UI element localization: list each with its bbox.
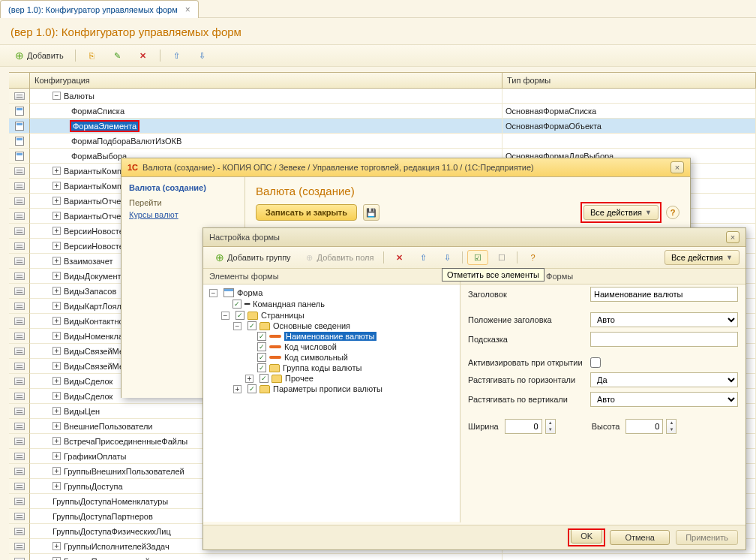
editor-titlebar[interactable]: 1С Валюта (создание) - КОПИЯ ОПС / Зевек… bbox=[122, 158, 690, 177]
expand-icon[interactable]: + bbox=[52, 257, 61, 265]
width-input[interactable] bbox=[505, 419, 542, 434]
tree-item-main-info[interactable]: −✓Основные сведения bbox=[208, 321, 455, 331]
width-spinner[interactable]: ▲▼ bbox=[545, 419, 556, 434]
checkbox[interactable]: ✓ bbox=[248, 321, 256, 330]
expand-icon[interactable]: + bbox=[52, 332, 61, 340]
add-group-button[interactable]: ⊕Добавить группу bbox=[209, 250, 296, 265]
expand-icon[interactable]: + bbox=[52, 557, 61, 560]
expand-icon[interactable]: + bbox=[52, 437, 61, 445]
height-spinner[interactable]: ▲▼ bbox=[666, 419, 676, 434]
close-icon[interactable]: × bbox=[726, 231, 740, 243]
checkbox[interactable]: ✓ bbox=[257, 332, 266, 341]
tree-item-command-panel[interactable]: ✓━Командная панель bbox=[208, 298, 455, 310]
height-input[interactable] bbox=[626, 419, 663, 434]
checkbox[interactable]: ✓ bbox=[257, 353, 266, 362]
move-up-button[interactable]: ⇧ bbox=[412, 250, 434, 265]
table-row[interactable]: ФормаСписка bbox=[30, 104, 502, 119]
collapse-icon[interactable]: − bbox=[52, 92, 61, 100]
expand-icon[interactable]: + bbox=[52, 407, 61, 415]
expand-icon[interactable]: + bbox=[52, 272, 61, 280]
checkbox[interactable]: ✓ bbox=[232, 300, 242, 309]
expand-icon[interactable]: + bbox=[52, 452, 61, 460]
tree-item-group-codes[interactable]: ✓Группа коды валюты bbox=[208, 363, 455, 373]
add-fields-button[interactable]: ⊕Добавить поля bbox=[299, 250, 380, 265]
help-icon[interactable]: ? bbox=[666, 206, 680, 219]
add-button[interactable]: ⊕ Добавить bbox=[9, 48, 69, 63]
help-icon: ? bbox=[527, 252, 538, 263]
save-button[interactable]: 💾 bbox=[363, 204, 380, 221]
elements-tree[interactable]: −Форма ✓━Командная панель −✓Странницы −✓… bbox=[203, 285, 460, 522]
expand-icon[interactable]: + bbox=[52, 347, 61, 355]
expand-icon[interactable]: + bbox=[52, 362, 61, 370]
delete-button[interactable]: ✕ bbox=[133, 48, 154, 63]
folder-icon bbox=[260, 385, 270, 393]
save-and-close-button[interactable]: Записать и закрыть bbox=[256, 204, 357, 221]
expand-icon[interactable]: + bbox=[52, 482, 61, 490]
hstretch-select[interactable]: Да bbox=[590, 372, 738, 387]
table-row[interactable]: ФормаПодбораВалютИзОКВ bbox=[30, 134, 502, 149]
close-tab-icon[interactable]: × bbox=[185, 5, 190, 15]
collapse-icon[interactable]: − bbox=[209, 289, 218, 297]
expand-icon[interactable]: + bbox=[233, 385, 242, 393]
expand-icon[interactable]: + bbox=[52, 392, 61, 400]
checkbox[interactable]: ✓ bbox=[248, 384, 256, 393]
tree-item-other[interactable]: +✓Прочее bbox=[208, 373, 455, 384]
all-actions-button[interactable]: Все действия▼ bbox=[664, 250, 740, 265]
collapse-icon[interactable]: − bbox=[221, 312, 230, 320]
expand-icon[interactable]: + bbox=[52, 317, 61, 325]
expand-icon[interactable]: + bbox=[52, 197, 61, 205]
expand-icon[interactable]: + bbox=[52, 212, 61, 220]
table-row[interactable]: ФормаЭлемента bbox=[30, 119, 502, 134]
checkbox[interactable]: ✓ bbox=[257, 363, 266, 372]
collapse-icon[interactable]: − bbox=[233, 322, 242, 330]
main-tab[interactable]: (вер 1.0): Конфигуратор управляемых форм… bbox=[0, 0, 199, 18]
tree-item-form[interactable]: −Форма bbox=[208, 288, 455, 298]
move-up-button[interactable]: ⇧ bbox=[166, 48, 188, 63]
checkbox[interactable]: ✓ bbox=[236, 311, 244, 320]
cancel-button[interactable]: Отмена bbox=[610, 530, 670, 545]
expand-icon[interactable]: + bbox=[52, 287, 61, 295]
uncheck-all-button[interactable]: ☐ bbox=[491, 250, 512, 265]
tree-item-field-name[interactable]: ✓Наименование валюты bbox=[208, 331, 455, 342]
check-all-button[interactable]: ☑ bbox=[467, 250, 488, 265]
hint-input[interactable] bbox=[590, 332, 738, 347]
arrow-down-icon: ⇩ bbox=[442, 252, 452, 263]
settings-titlebar[interactable]: Настройка формы × bbox=[203, 228, 746, 247]
col-config[interactable]: Конфигурация bbox=[30, 73, 502, 89]
move-down-button[interactable]: ⇩ bbox=[192, 48, 213, 63]
ok-button[interactable]: OK bbox=[571, 528, 602, 543]
expand-icon[interactable]: + bbox=[52, 377, 61, 385]
move-down-button[interactable]: ⇩ bbox=[436, 250, 458, 265]
expand-icon[interactable]: + bbox=[52, 302, 61, 310]
edit-button[interactable]: ✎ bbox=[107, 48, 128, 63]
activate-checkbox[interactable] bbox=[590, 357, 601, 368]
expand-icon[interactable]: + bbox=[52, 242, 61, 250]
expand-icon[interactable]: + bbox=[52, 167, 61, 175]
title-input[interactable] bbox=[590, 287, 738, 302]
tree-item-field-symcode[interactable]: ✓Код символьный bbox=[208, 352, 455, 363]
col-formtype[interactable]: Тип формы bbox=[502, 73, 756, 89]
tree-item-params[interactable]: +✓Параметры прописи валюты bbox=[208, 384, 455, 394]
delete-button[interactable]: ✕ bbox=[388, 250, 410, 265]
tree-item-field-numcode[interactable]: ✓Код числовой bbox=[208, 342, 455, 352]
row-icon bbox=[9, 269, 30, 284]
expand-icon[interactable]: + bbox=[52, 182, 61, 190]
apply-button[interactable]: Применить bbox=[676, 530, 738, 545]
all-actions-button[interactable]: Все действия ▼ bbox=[584, 205, 658, 220]
table-row[interactable]: −Валюты bbox=[30, 89, 502, 104]
close-icon[interactable]: × bbox=[670, 161, 684, 173]
checkbox[interactable]: ✓ bbox=[257, 342, 266, 351]
tree-item-pages[interactable]: −✓Странницы bbox=[208, 310, 455, 321]
copy-button[interactable]: ⎘ bbox=[82, 48, 103, 63]
sidebar-link-rates[interactable]: Курсы валют bbox=[129, 210, 237, 219]
checkbox[interactable]: ✓ bbox=[260, 374, 268, 383]
vstretch-select[interactable]: Авто bbox=[590, 392, 738, 407]
expand-icon[interactable]: + bbox=[245, 375, 254, 383]
help-button[interactable]: ? bbox=[522, 250, 543, 265]
expand-icon[interactable]: + bbox=[52, 422, 61, 430]
table-row[interactable]: +ГруппыПользователей bbox=[30, 554, 502, 560]
expand-icon[interactable]: + bbox=[52, 227, 61, 235]
expand-icon[interactable]: + bbox=[52, 542, 61, 550]
expand-icon[interactable]: + bbox=[52, 467, 61, 475]
title-pos-select[interactable]: Авто bbox=[590, 312, 738, 327]
